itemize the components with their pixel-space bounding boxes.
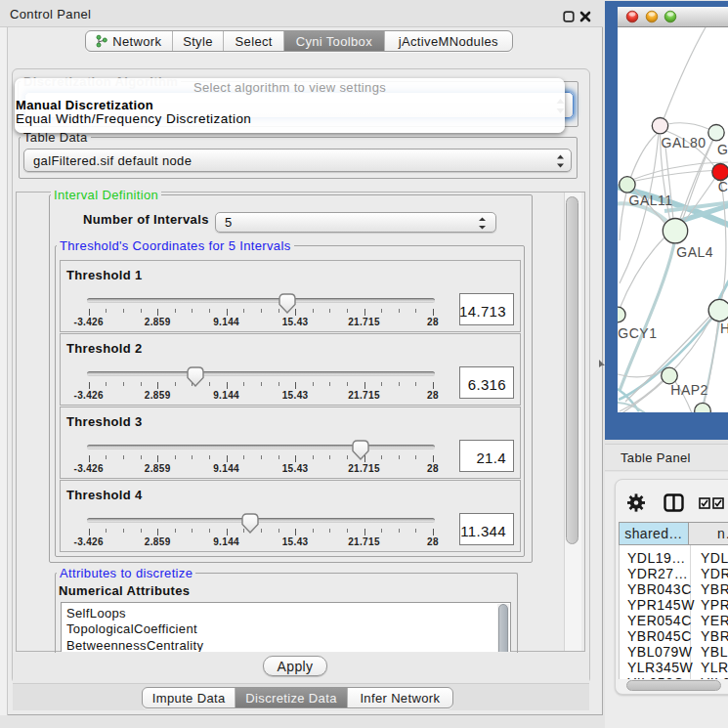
svg-text:GCY1: GCY1 [618, 325, 657, 341]
svg-text:HAP2: HAP2 [670, 382, 708, 398]
svg-text:GAL4: GAL4 [676, 244, 713, 260]
svg-text:GA: GA [717, 142, 728, 157]
svg-text:H: H [720, 321, 728, 336]
svg-text:GAL80: GAL80 [662, 135, 707, 150]
svg-text:C: C [718, 179, 728, 194]
svg-text:GAL11: GAL11 [629, 193, 673, 208]
